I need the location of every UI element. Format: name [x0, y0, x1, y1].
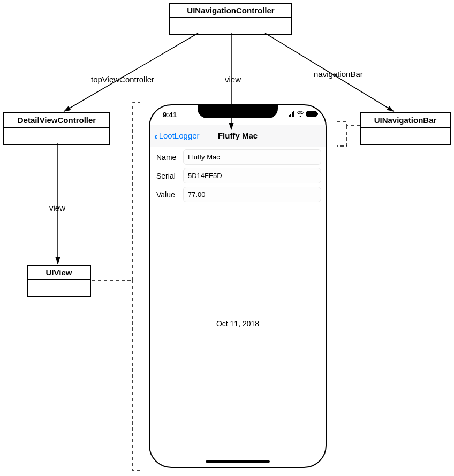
- form-row-serial: Serial 5D14FF5D: [154, 168, 321, 183]
- uml-detailviewcontroller: DetailViewController: [3, 112, 110, 145]
- field-value[interactable]: 77.00: [183, 187, 321, 202]
- battery-icon: [306, 111, 317, 117]
- edge-view-top: view: [224, 75, 242, 84]
- status-bar: 9:41: [150, 111, 326, 121]
- uml-uinavigationbar: UINavigationBar: [360, 112, 451, 145]
- uml-body: [170, 18, 291, 34]
- field-name[interactable]: Fluffy Mac: [183, 149, 321, 165]
- uml-body: [4, 128, 109, 144]
- edge-view-left: view: [48, 203, 66, 212]
- label-name: Name: [154, 153, 179, 162]
- signal-icon: [289, 111, 294, 117]
- form-row-value: Value 77.00: [154, 187, 321, 202]
- edge-navigationbar: navigationBar: [313, 70, 364, 79]
- detail-form: Name Fluffy Mac Serial 5D14FF5D Value 77…: [154, 149, 321, 205]
- field-serial[interactable]: 5D14FF5D: [183, 168, 321, 183]
- uml-uinavigationcontroller: UINavigationController: [169, 3, 292, 35]
- uml-title: UIView: [28, 266, 90, 280]
- form-row-name: Name Fluffy Mac: [154, 149, 321, 165]
- uml-title: UINavigationBar: [361, 113, 450, 128]
- date-label: Oct 11, 2018: [150, 319, 326, 328]
- label-value: Value: [154, 190, 179, 199]
- edge-topviewcontroller: topViewController: [90, 75, 155, 84]
- home-indicator: [206, 460, 270, 463]
- status-icons: [289, 111, 317, 117]
- status-time: 9:41: [163, 111, 177, 119]
- chevron-left-icon: ‹: [154, 130, 158, 141]
- uml-title: UINavigationController: [170, 4, 291, 18]
- phone-mockup: 9:41 ‹ LootLogger Fluffy Mac Name Fluffy…: [149, 104, 327, 468]
- label-serial: Serial: [154, 172, 179, 180]
- nav-title: Fluffy Mac: [218, 131, 258, 140]
- uml-body: [28, 280, 90, 296]
- svg-line-0: [64, 33, 198, 111]
- phone-nav-bar: ‹ LootLogger Fluffy Mac: [150, 125, 326, 147]
- wifi-icon: [297, 111, 304, 117]
- back-label: LootLogger: [159, 131, 200, 140]
- uml-title: DetailViewController: [4, 113, 109, 128]
- uml-body: [361, 128, 450, 144]
- uml-uiview: UIView: [27, 265, 91, 297]
- back-button[interactable]: ‹ LootLogger: [154, 130, 200, 141]
